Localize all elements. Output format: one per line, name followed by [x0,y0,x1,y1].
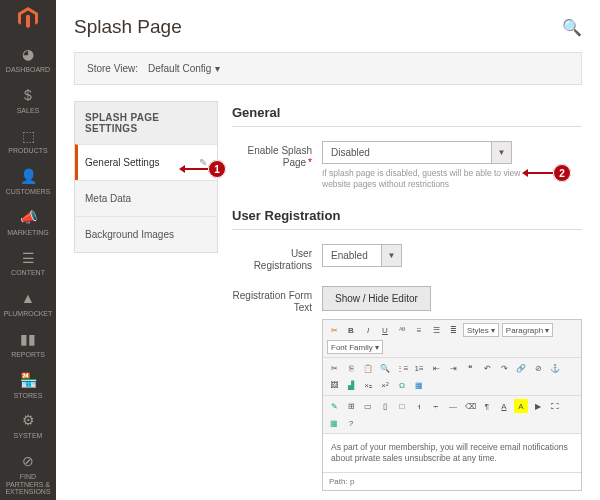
sidebar-item-sales[interactable]: $SALES [0,81,56,122]
section-userreg-title: User Registration [232,204,582,230]
undo-icon[interactable]: ↶ [480,361,494,375]
code-icon[interactable]: ▦ [327,416,341,430]
clear-icon[interactable]: ⌫ [463,399,477,413]
person-icon: 👤 [2,169,54,185]
redo-icon[interactable]: ↷ [497,361,511,375]
media-icon[interactable]: ▶ [531,399,545,413]
store-view-select[interactable]: Default Config ▾ [148,63,220,74]
magento-logo [14,6,42,30]
fontfamily-select[interactable]: Font Family ▾ [327,340,383,354]
outdent-icon[interactable]: ⇤ [429,361,443,375]
rocket-icon: ▲ [2,291,54,307]
tabs-title: SPLASH PAGE SETTINGS [75,102,217,144]
chevron-down-icon: ▾ [215,63,220,74]
indent-icon[interactable]: ⇥ [446,361,460,375]
enable-splash-help: If splash page is disabled, guests will … [322,168,522,190]
edit-icon[interactable]: ✎ [327,399,341,413]
pencil-icon: ✎ [199,157,207,168]
symbol-icon[interactable]: Ω [395,378,409,392]
bgcolor-icon[interactable]: A [514,399,528,413]
link-icon: ⊘ [2,454,54,470]
tab-general-settings[interactable]: General Settings ✎ [75,144,217,180]
sidebar-item-products[interactable]: ⬚PRODUCTS [0,121,56,162]
copy-icon[interactable]: ⎘ [344,361,358,375]
quote-icon[interactable]: ❝ [463,361,477,375]
ol-icon[interactable]: 1≡ [412,361,426,375]
underline-icon[interactable]: U [378,323,392,337]
page-title: Splash Page [74,16,182,38]
annotation-arrow-2 [524,172,554,174]
row-icon[interactable]: ▭ [361,399,375,413]
help-icon[interactable]: ? [344,416,358,430]
sidebar-item-system[interactable]: ⚙SYSTEM [0,406,56,447]
list-icon: ☰ [2,250,54,266]
sidebar-item-content[interactable]: ☰CONTENT [0,243,56,284]
annotation-badge-2: 2 [553,164,571,182]
chart-icon[interactable]: ▟ [344,378,358,392]
editor-toolbar-row1: ✂ B I U ᴬᴮ ≡ ☰ ≣ Styles ▾ Paragraph ▾ Fo [323,320,581,358]
megaphone-icon: 📣 [2,210,54,226]
sidebar-item-reports[interactable]: ▮▮REPORTS [0,325,56,366]
wysiwyg-editor: ✂ B I U ᴬᴮ ≡ ☰ ≣ Styles ▾ Paragraph ▾ Fo [322,319,582,491]
variable-icon[interactable]: ▦ [412,378,426,392]
box-icon: ⬚ [2,128,54,144]
store-icon: 🏪 [2,373,54,389]
sub-icon[interactable]: ×₂ [361,378,375,392]
editor-content[interactable]: As part of your membership, you will rec… [323,434,581,472]
reg-form-text-label: Registration Form Text [232,286,322,314]
paste-icon[interactable]: 📋 [361,361,375,375]
image-icon[interactable]: 🖼 [327,378,341,392]
dashboard-icon: ◕ [2,47,54,63]
chart-icon: ▮▮ [2,332,54,348]
user-reg-label: User Registrations [232,244,322,272]
link-icon[interactable]: 🔗 [514,361,528,375]
store-view-bar: Store View: Default Config ▾ [74,52,582,85]
cell-icon[interactable]: □ [395,399,409,413]
tab-background-images[interactable]: Background Images [75,216,217,252]
sidebar-item-stores[interactable]: 🏪STORES [0,366,56,407]
italic-icon[interactable]: I [361,323,375,337]
enable-splash-select[interactable]: Disabled ▼ [322,141,512,164]
find-icon[interactable]: 🔍 [378,361,392,375]
dollar-icon: $ [2,88,54,104]
tab-meta-data[interactable]: Meta Data [75,180,217,216]
fullscreen-icon[interactable]: ⛶ [548,399,562,413]
settings-tabs: SPLASH PAGE SETTINGS General Settings ✎ … [74,101,218,253]
ul-icon[interactable]: ⋮≡ [395,361,409,375]
align-center-icon[interactable]: ☰ [429,323,443,337]
main-content: Splash Page 🔍 Store View: Default Config… [56,0,600,500]
unlink-icon[interactable]: ⊘ [531,361,545,375]
align-left-icon[interactable]: ≡ [412,323,426,337]
align-right-icon[interactable]: ≣ [446,323,460,337]
direction-icon[interactable]: ¶ [480,399,494,413]
cut-icon[interactable]: ✂ [327,361,341,375]
chevron-down-icon[interactable]: ▼ [492,141,512,164]
store-view-label: Store View: [87,63,138,74]
hr-icon[interactable]: — [446,399,460,413]
sup-icon[interactable]: ×² [378,378,392,392]
anchor-icon[interactable]: ⚓ [548,361,562,375]
user-reg-select[interactable]: Enabled ▼ [322,244,402,267]
sidebar-item-dashboard[interactable]: ◕DASHBOARD [0,40,56,81]
admin-sidebar: ◕DASHBOARD $SALES ⬚PRODUCTS 👤CUSTOMERS 📣… [0,0,56,500]
sidebar-item-find-partners[interactable]: ⊘FIND PARTNERS & EXTENSIONS [0,447,56,500]
search-icon[interactable]: 🔍 [562,18,582,37]
bold-icon[interactable]: B [344,323,358,337]
strike-icon[interactable]: ᴬᴮ [395,323,409,337]
sidebar-item-customers[interactable]: 👤CUSTOMERS [0,162,56,203]
fontcolor-icon[interactable]: A [497,399,511,413]
scissors-icon[interactable]: ✂ [327,323,341,337]
paragraph-select[interactable]: Paragraph ▾ [502,323,553,337]
enable-splash-label: Enable Splash Page* [232,141,322,169]
split-icon[interactable]: ⫞ [412,399,426,413]
sidebar-item-marketing[interactable]: 📣MARKETING [0,203,56,244]
styles-select[interactable]: Styles ▾ [463,323,499,337]
merge-icon[interactable]: ⫟ [429,399,443,413]
section-general-title: General [232,101,582,127]
sidebar-item-plumrocket[interactable]: ▲PLUMROCKET [0,284,56,325]
col-icon[interactable]: ▯ [378,399,392,413]
table-icon[interactable]: ⊞ [344,399,358,413]
show-hide-editor-button[interactable]: Show / Hide Editor [322,286,431,311]
editor-path: Path: p [323,472,581,490]
chevron-down-icon[interactable]: ▼ [382,244,402,267]
